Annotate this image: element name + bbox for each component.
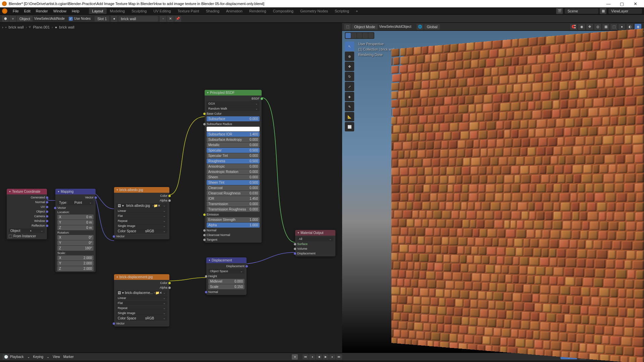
tool-select-icon[interactable]: ↖ xyxy=(345,42,354,51)
bsdf-sheen-tint[interactable]: Sheen Tint0.500 xyxy=(207,180,260,185)
tool-annotate-icon[interactable]: ✎ xyxy=(345,102,354,111)
node-principled-bsdf[interactable]: Principled BSDF BSDF GGX Random Walk Bas… xyxy=(205,90,262,243)
colorspace[interactable]: Color SpacesRGB xyxy=(116,316,167,321)
menu-window[interactable]: Window xyxy=(51,9,69,13)
gizmo-icon[interactable]: ✥ xyxy=(586,24,593,30)
tab-uv[interactable]: UV Editing xyxy=(150,8,174,14)
bsdf-clearcoat[interactable]: Clearcoat0.000 xyxy=(207,185,260,190)
bsdf-emission[interactable]: Emission xyxy=(205,212,262,217)
in-vector[interactable]: Vector xyxy=(55,205,96,210)
close-button[interactable]: ✕ xyxy=(629,1,642,6)
orientation-icon[interactable]: 🌐 xyxy=(417,24,423,30)
out-disp[interactable]: Displacement xyxy=(206,264,247,268)
bsdf-tangent[interactable]: Tangent xyxy=(205,237,262,242)
tab-layout[interactable]: Layout xyxy=(89,8,107,14)
jump-start-icon[interactable]: ⏮ xyxy=(303,354,309,360)
vp-view[interactable]: View xyxy=(379,25,386,28)
tab-modeling[interactable]: Modeling xyxy=(107,8,128,14)
image-browse[interactable]: 🖼 ▾brick-albedo.jpg▫📁✕ xyxy=(116,203,167,208)
in-vector[interactable]: Vector xyxy=(114,234,169,239)
tool-scale-icon[interactable]: ⤢ xyxy=(345,82,354,91)
space[interactable]: Object Space xyxy=(208,269,245,274)
keyframe-prev-icon[interactable]: ◂ xyxy=(309,354,315,360)
snap-icon[interactable]: 🧲 xyxy=(570,24,577,30)
selmode-5[interactable] xyxy=(368,33,374,38)
out-vector[interactable]: Vector xyxy=(55,195,96,200)
editor-type-icon[interactable]: ⬚ xyxy=(344,24,351,30)
timeline-editor-icon[interactable]: 🕐 xyxy=(3,354,9,360)
selmode-1[interactable] xyxy=(345,33,351,38)
out-uv[interactable]: UV xyxy=(7,204,47,209)
scene-icon[interactable]: 🎬 xyxy=(556,8,563,14)
tab-rendering[interactable]: Rendering xyxy=(246,8,270,14)
tab-texpaint[interactable]: Texture Paint xyxy=(174,8,202,14)
tl-playback[interactable]: Playback xyxy=(10,355,24,359)
bsdf-transmission[interactable]: Transmission0.000 xyxy=(207,201,260,206)
node-header[interactable]: Principled BSDF xyxy=(205,90,262,96)
source[interactable]: Single Image xyxy=(116,311,167,315)
in-volume[interactable]: Volume xyxy=(295,246,335,251)
node-header[interactable]: Mapping xyxy=(55,189,96,194)
shade-solid-icon[interactable]: ● xyxy=(619,24,625,30)
keyframe-next-icon[interactable]: ▸ xyxy=(329,354,335,360)
tab-compositing[interactable]: Compositing xyxy=(270,8,297,14)
object-data-icon[interactable]: ▿ xyxy=(9,16,16,22)
tool-cursor-icon[interactable]: ⊕ xyxy=(345,52,354,61)
bsdf-clearcoat-normal[interactable]: Clearcoat Normal xyxy=(205,233,262,237)
proj[interactable]: Flat xyxy=(116,301,167,305)
sss-method[interactable]: Random Walk xyxy=(207,106,260,111)
distribution[interactable]: GGX xyxy=(207,101,260,106)
node-header[interactable]: Displacement xyxy=(206,257,247,263)
node-image-displacement[interactable]: brick-displacement.jpg Color Alpha 🖼 ▾br… xyxy=(114,274,169,326)
ext[interactable]: Repeat xyxy=(116,219,167,223)
node-editor[interactable]: ›▫ brick wall ›▿ Plane.001 ›● brick wall… xyxy=(0,23,342,353)
node-header[interactable]: Material Output xyxy=(295,230,335,236)
bsdf-alpha[interactable]: Alpha1.000 xyxy=(207,223,260,228)
bsdf-base-color[interactable]: Base Color xyxy=(205,111,262,116)
ext[interactable]: Repeat xyxy=(116,306,167,310)
bsdf-transmission-roughness[interactable]: Transmission Roughness0.000 xyxy=(207,207,260,212)
bsdf-specular-tint[interactable]: Specular Tint0.000 xyxy=(207,153,260,158)
vp-select[interactable]: Select xyxy=(386,25,396,28)
bsdf-subsurface-co-[interactable] xyxy=(207,127,260,131)
play-icon[interactable]: ▶ xyxy=(323,354,329,360)
shade-wire-icon[interactable]: ⬚ xyxy=(610,24,617,30)
out-alpha[interactable]: Alpha xyxy=(114,285,169,290)
bsdf-subsurface-radius[interactable]: Subsurface Radius xyxy=(205,122,262,126)
source[interactable]: Single Image xyxy=(116,224,167,228)
tl-marker[interactable]: Marker xyxy=(63,355,74,359)
out-reflection[interactable]: Reflection xyxy=(7,223,47,228)
prop-edit-icon[interactable]: ◉ xyxy=(578,24,585,30)
type-select[interactable]: Type:Point xyxy=(57,200,94,205)
menu-file[interactable]: File xyxy=(10,9,21,13)
play-rev-icon[interactable]: ◀ xyxy=(316,354,322,360)
overlay-icon[interactable]: ◎ xyxy=(594,24,601,30)
tab-scripting[interactable]: Scripting xyxy=(331,8,353,14)
viewlayer-icon[interactable]: ▦ xyxy=(600,8,606,14)
menu-edit[interactable]: Edit xyxy=(21,9,33,13)
out-normal[interactable]: Normal xyxy=(7,200,47,204)
pin-icon[interactable]: 📌 xyxy=(174,16,181,22)
node-texture-coordinate[interactable]: Texture Coordinate Generated Normal UV O… xyxy=(7,189,47,239)
in-normal[interactable]: Normal xyxy=(206,290,247,294)
bsdf-subsurface-ior[interactable]: Subsurface IOR1.400 xyxy=(207,132,260,137)
colorspace[interactable]: Color SpacesRGB xyxy=(116,229,167,234)
viewlayer-select[interactable]: ViewLayer xyxy=(608,8,642,14)
out-window[interactable]: Window xyxy=(7,219,47,223)
autokey-icon[interactable]: ● xyxy=(292,354,298,360)
selmode-3[interactable] xyxy=(357,33,362,38)
material-name[interactable]: brick wall xyxy=(118,16,158,21)
bc-obj[interactable]: brick wall xyxy=(9,25,24,29)
tool-transform-icon[interactable]: ◈ xyxy=(345,92,354,101)
vp-add[interactable]: Add xyxy=(396,25,402,28)
menu-help[interactable]: Help xyxy=(69,9,82,13)
out-object[interactable]: Object xyxy=(7,209,47,214)
out-color[interactable]: Color xyxy=(114,193,169,198)
in-surface[interactable]: Surface xyxy=(295,242,335,246)
node-header[interactable]: brick-albedo.jpg xyxy=(114,187,169,193)
node-header[interactable]: Texture Coordinate xyxy=(7,189,47,194)
bc-mat[interactable]: brick wall xyxy=(59,25,74,29)
bsdf-normal[interactable]: Normal xyxy=(205,228,262,233)
jump-end-icon[interactable]: ⏭ xyxy=(336,354,342,360)
bsdf-ior[interactable]: IOR1.450 xyxy=(207,196,260,201)
